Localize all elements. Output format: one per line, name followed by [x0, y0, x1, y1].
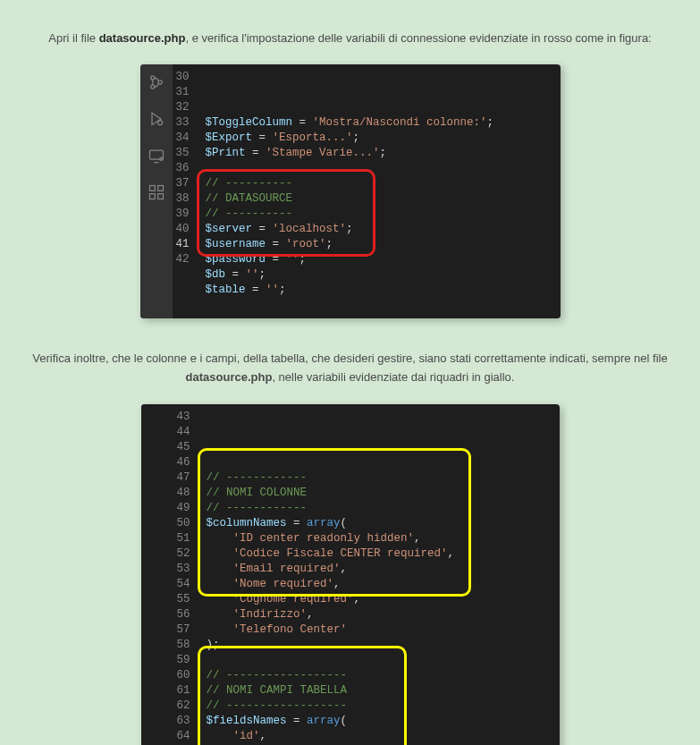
line-number: 42: [176, 252, 190, 267]
line-number: 57: [177, 622, 190, 638]
code-line: 'Cognome required',: [207, 592, 552, 607]
line-number: 37: [176, 176, 190, 191]
code-line: [206, 298, 553, 313]
line-number: 38: [176, 191, 190, 207]
line-number: 64: [177, 729, 190, 744]
between-suffix: , nelle variabili evidenziate dai riquad…: [272, 370, 514, 384]
line-number: 33: [176, 115, 190, 131]
activity-bar: [140, 64, 173, 318]
code-line: // ------------------: [207, 698, 552, 714]
line-number: 32: [176, 100, 190, 115]
code-line: [207, 653, 552, 668]
code-line: // ----------: [206, 176, 553, 191]
line-number: 52: [177, 546, 190, 562]
line-number: 44: [177, 425, 190, 440]
line-number: 51: [177, 531, 190, 546]
run-debug-icon[interactable]: [148, 110, 165, 131]
line-number: 53: [177, 562, 190, 577]
code-line: $password = '';: [206, 252, 553, 267]
intro-prefix: Apri il file: [48, 31, 98, 45]
intro-filename: datasource.php: [99, 31, 186, 45]
line-number: 48: [177, 486, 190, 501]
code-line: // ------------: [207, 470, 552, 486]
svg-point-4: [157, 120, 162, 124]
svg-point-1: [150, 85, 154, 89]
line-number: 61: [177, 683, 190, 698]
svg-point-0: [150, 76, 154, 80]
line-number: 45: [177, 440, 190, 455]
line-number: 47: [177, 470, 190, 486]
code-line: [206, 161, 553, 176]
code-area[interactable]: // ------------// NOMI COLONNE// -------…: [199, 404, 560, 745]
code-line: 'Email required',: [207, 562, 552, 577]
code-line: $ToggleColumn = 'Mostra/Nascondi colonne…: [206, 115, 553, 131]
between-text: Verifica inoltre, che le colonne e i cam…: [18, 350, 682, 387]
code-line: $fieldsNames = array(: [207, 714, 552, 729]
remote-icon[interactable]: [148, 147, 165, 167]
code-line: 'ID center readonly hidden',: [207, 531, 552, 546]
svg-rect-10: [157, 193, 163, 199]
line-number: 39: [176, 207, 190, 222]
code-line: $username = 'root';: [206, 237, 553, 252]
extensions-icon[interactable]: [148, 183, 165, 204]
code-line: $server = 'localhost';: [206, 222, 553, 237]
code-line: 'id',: [207, 729, 552, 744]
line-number: 36: [176, 161, 190, 176]
line-number: 31: [176, 85, 190, 100]
code-line: // ------------: [207, 501, 552, 516]
code-line: // ----------: [206, 207, 553, 222]
line-number: 43: [177, 410, 190, 425]
line-number: 35: [176, 146, 190, 161]
code-line: $db = '';: [206, 267, 553, 283]
code-line: // NOMI CAMPI TABELLA: [207, 683, 552, 698]
line-number: 60: [177, 668, 190, 683]
between-filename: datasource.php: [186, 370, 273, 384]
code-line: 'Indirizzo',: [207, 607, 552, 622]
line-number: 46: [177, 455, 190, 470]
line-number: 58: [177, 638, 190, 653]
line-number: 59: [177, 653, 190, 668]
line-number: 56: [177, 607, 190, 622]
code-area[interactable]: $ToggleColumn = 'Mostra/Nascondi colonne…: [198, 64, 561, 318]
line-gutter: 30313233343536373839404142: [173, 64, 198, 318]
line-number: 30: [176, 70, 190, 85]
source-control-icon[interactable]: [148, 73, 165, 94]
code-line: $Export = 'Esporta...';: [206, 131, 553, 146]
line-number: 55: [177, 592, 190, 607]
line-number: 41: [176, 237, 190, 252]
svg-rect-7: [149, 185, 155, 190]
between-prefix: Verifica inoltre, che le colonne e i cam…: [32, 351, 667, 365]
code-line: // NOMI COLONNE: [207, 486, 552, 501]
intro-text: Apri il file datasource.php, e verifica …: [0, 30, 700, 48]
code-line: );: [207, 638, 552, 653]
line-number: 34: [176, 131, 190, 146]
svg-point-2: [158, 80, 162, 84]
line-number: 50: [177, 516, 190, 531]
intro-suffix: , e verifica l'impostazione delle variab…: [185, 31, 651, 45]
code-line: $Print = 'Stampe Varie...';: [206, 146, 553, 161]
line-number: 63: [177, 714, 190, 729]
code-line: // DATASOURCE: [206, 191, 553, 207]
line-number: 54: [177, 577, 190, 592]
line-gutter: 4344454647484950515253545556575859606162…: [141, 404, 199, 745]
line-number: 40: [176, 222, 190, 237]
code-line: 'Codice Fiscale CENTER required',: [207, 546, 552, 562]
code-editor-1: 30313233343536373839404142 $ToggleColumn…: [140, 64, 561, 318]
code-line: $table = '';: [206, 283, 553, 298]
line-number: 49: [177, 501, 190, 516]
code-editor-2: 4344454647484950515253545556575859606162…: [141, 404, 560, 745]
code-line: $columnNames = array(: [207, 516, 552, 531]
code-line: 'Telefono Center': [207, 622, 552, 638]
svg-marker-3: [152, 113, 161, 124]
svg-rect-9: [149, 193, 155, 199]
code-line: // ------------------: [207, 668, 552, 683]
svg-rect-8: [157, 185, 163, 190]
code-line: 'Nome required',: [207, 577, 552, 592]
line-number: 62: [177, 698, 190, 714]
